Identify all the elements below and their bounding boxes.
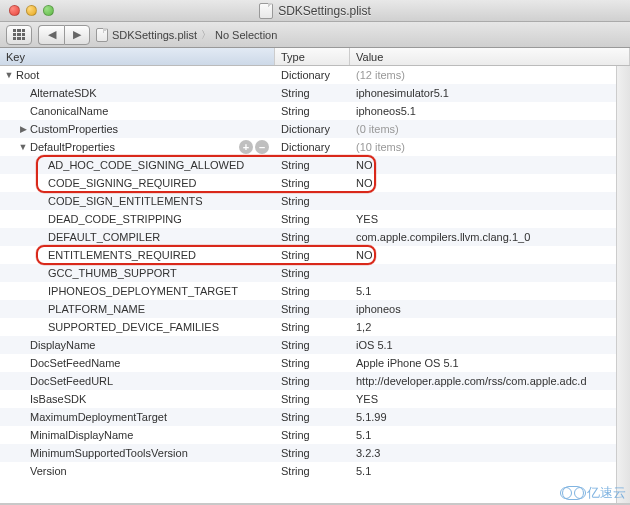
table-row[interactable]: GCC_THUMB_SUPPORTString bbox=[0, 264, 630, 282]
row-type: String bbox=[275, 447, 350, 459]
row-value: 5.1 bbox=[350, 465, 630, 477]
row-key: ENTITLEMENTS_REQUIRED bbox=[48, 249, 196, 261]
remove-row-button[interactable]: – bbox=[255, 140, 269, 154]
row-value: 5.1 bbox=[350, 285, 630, 297]
table-row[interactable]: CODE_SIGN_ENTITLEMENTSString bbox=[0, 192, 630, 210]
zoom-button[interactable] bbox=[43, 5, 54, 16]
back-button[interactable]: ◀ bbox=[38, 25, 64, 45]
row-actions: +– bbox=[239, 140, 269, 154]
row-value: (12 items) bbox=[350, 69, 630, 81]
row-key: DisplayName bbox=[30, 339, 95, 351]
row-key: DEAD_CODE_STRIPPING bbox=[48, 213, 182, 225]
row-value: 3.2.3 bbox=[350, 447, 630, 459]
row-key: CustomProperties bbox=[30, 123, 118, 135]
cloud-icon bbox=[562, 486, 584, 500]
table-row[interactable]: DocSetFeedNameStringApple iPhone OS 5.1 bbox=[0, 354, 630, 372]
row-key: MinimumSupportedToolsVersion bbox=[30, 447, 188, 459]
row-type: String bbox=[275, 375, 350, 387]
window-title: SDKSettings.plist bbox=[278, 4, 371, 18]
table-row[interactable]: AlternateSDKStringiphonesimulator5.1 bbox=[0, 84, 630, 102]
disclosure-open-icon[interactable]: ▼ bbox=[18, 142, 28, 152]
row-type: String bbox=[275, 231, 350, 243]
plist-tree[interactable]: ▼RootDictionary(12 items)AlternateSDKStr… bbox=[0, 66, 630, 503]
row-key: CanonicalName bbox=[30, 105, 108, 117]
watermark-text: 亿速云 bbox=[587, 484, 626, 502]
row-key: AD_HOC_CODE_SIGNING_ALLOWED bbox=[48, 159, 244, 171]
table-row[interactable]: MaximumDeploymentTargetString5.1.99 bbox=[0, 408, 630, 426]
table-row[interactable]: ENTITLEMENTS_REQUIREDStringNO bbox=[0, 246, 630, 264]
row-type: String bbox=[275, 303, 350, 315]
watermark: 亿速云 bbox=[562, 484, 626, 502]
row-value: com.apple.compilers.llvm.clang.1_0 bbox=[350, 231, 630, 243]
table-row[interactable]: CanonicalNameStringiphoneos5.1 bbox=[0, 102, 630, 120]
grid-icon bbox=[13, 29, 25, 41]
disclosure-closed-icon[interactable]: ▶ bbox=[18, 124, 28, 134]
row-type: String bbox=[275, 357, 350, 369]
minimize-button[interactable] bbox=[26, 5, 37, 16]
row-type: String bbox=[275, 285, 350, 297]
table-row[interactable]: IPHONEOS_DEPLOYMENT_TARGETString5.1 bbox=[0, 282, 630, 300]
breadcrumb[interactable]: SDKSettings.plist 〉 No Selection bbox=[96, 28, 277, 42]
chevron-left-icon: ◀ bbox=[48, 28, 56, 41]
chevron-right-icon: ▶ bbox=[73, 28, 81, 41]
row-type: String bbox=[275, 465, 350, 477]
row-key: CODE_SIGNING_REQUIRED bbox=[48, 177, 197, 189]
column-key-header[interactable]: Key bbox=[0, 48, 275, 65]
row-type: Dictionary bbox=[275, 69, 350, 81]
row-key: DefaultProperties bbox=[30, 141, 115, 153]
table-row[interactable]: DisplayNameStringiOS 5.1 bbox=[0, 336, 630, 354]
row-type: String bbox=[275, 267, 350, 279]
forward-button[interactable]: ▶ bbox=[64, 25, 90, 45]
row-type: String bbox=[275, 195, 350, 207]
navigation-toolbar: ◀ ▶ SDKSettings.plist 〉 No Selection bbox=[0, 22, 630, 48]
close-button[interactable] bbox=[9, 5, 20, 16]
chevron-right-icon: 〉 bbox=[201, 28, 211, 42]
row-value: 1,2 bbox=[350, 321, 630, 333]
row-type: String bbox=[275, 105, 350, 117]
row-key: MaximumDeploymentTarget bbox=[30, 411, 167, 423]
row-type: String bbox=[275, 87, 350, 99]
row-key: Root bbox=[16, 69, 39, 81]
table-row[interactable]: MinimumSupportedToolsVersionString3.2.3 bbox=[0, 444, 630, 462]
table-row[interactable]: MinimalDisplayNameString5.1 bbox=[0, 426, 630, 444]
row-type: String bbox=[275, 177, 350, 189]
row-type: String bbox=[275, 339, 350, 351]
table-header: Key Type Value bbox=[0, 48, 630, 66]
row-type: String bbox=[275, 213, 350, 225]
row-key: DocSetFeedURL bbox=[30, 375, 113, 387]
row-type: String bbox=[275, 159, 350, 171]
row-value: http://developer.apple.com/rss/com.apple… bbox=[350, 375, 630, 387]
table-row[interactable]: ▶CustomPropertiesDictionary(0 items) bbox=[0, 120, 630, 138]
table-row[interactable]: DEFAULT_COMPILERStringcom.apple.compiler… bbox=[0, 228, 630, 246]
row-key: AlternateSDK bbox=[30, 87, 97, 99]
row-value: iphonesimulator5.1 bbox=[350, 87, 630, 99]
disclosure-open-icon[interactable]: ▼ bbox=[4, 70, 14, 80]
traffic-lights bbox=[0, 5, 54, 16]
row-value: NO bbox=[350, 249, 630, 261]
table-row[interactable]: ▼RootDictionary(12 items) bbox=[0, 66, 630, 84]
table-row[interactable]: AD_HOC_CODE_SIGNING_ALLOWEDStringNO bbox=[0, 156, 630, 174]
row-key: GCC_THUMB_SUPPORT bbox=[48, 267, 177, 279]
column-value-header[interactable]: Value bbox=[350, 48, 630, 65]
column-type-header[interactable]: Type bbox=[275, 48, 350, 65]
window-titlebar: SDKSettings.plist bbox=[0, 0, 630, 22]
table-row[interactable]: ▼DefaultProperties+–Dictionary(10 items) bbox=[0, 138, 630, 156]
add-row-button[interactable]: + bbox=[239, 140, 253, 154]
table-row[interactable]: DEAD_CODE_STRIPPINGStringYES bbox=[0, 210, 630, 228]
row-type: String bbox=[275, 393, 350, 405]
table-row[interactable]: PLATFORM_NAMEStringiphoneos bbox=[0, 300, 630, 318]
vertical-scrollbar[interactable] bbox=[616, 66, 630, 503]
table-row[interactable]: CODE_SIGNING_REQUIREDStringNO bbox=[0, 174, 630, 192]
table-row[interactable]: DocSetFeedURLStringhttp://developer.appl… bbox=[0, 372, 630, 390]
row-key: DocSetFeedName bbox=[30, 357, 121, 369]
row-type: Dictionary bbox=[275, 123, 350, 135]
row-type: String bbox=[275, 321, 350, 333]
table-row[interactable]: VersionString5.1 bbox=[0, 462, 630, 480]
row-key: PLATFORM_NAME bbox=[48, 303, 145, 315]
table-row[interactable]: IsBaseSDKStringYES bbox=[0, 390, 630, 408]
table-row[interactable]: SUPPORTED_DEVICE_FAMILIESString1,2 bbox=[0, 318, 630, 336]
breadcrumb-file: SDKSettings.plist bbox=[112, 29, 197, 41]
related-items-button[interactable] bbox=[6, 25, 32, 45]
row-type: Dictionary bbox=[275, 141, 350, 153]
row-key: IPHONEOS_DEPLOYMENT_TARGET bbox=[48, 285, 238, 297]
